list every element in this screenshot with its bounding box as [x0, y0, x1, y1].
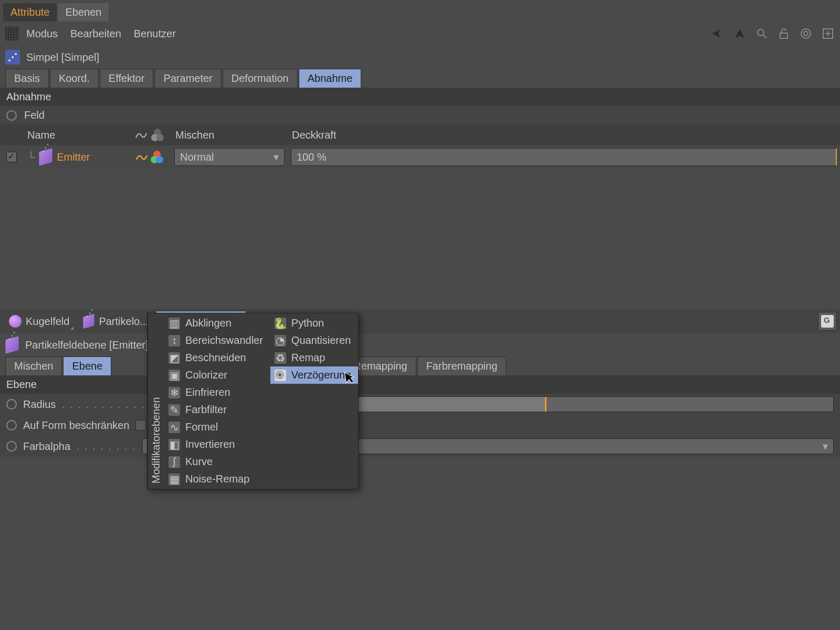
kugelfeld-button[interactable]: Kugelfeld	[3, 311, 75, 331]
modifier-layers-popup: Modifikatorebenen ▥Abklingen ↕Bereichswa…	[147, 313, 359, 489]
svg-point-4	[804, 32, 808, 36]
menu-bearbeiten[interactable]: Bearbeiten	[70, 28, 121, 40]
popup-kurve[interactable]: ∫Kurve	[164, 453, 270, 470]
colorfilter-icon: ✎	[169, 404, 180, 416]
colorizer-icon: ▣	[169, 370, 180, 381]
popup-farbfilter[interactable]: ✎Farbfilter	[164, 401, 270, 418]
popup-abklingen[interactable]: ▥Abklingen	[164, 314, 270, 332]
tree-line: └	[27, 151, 35, 163]
popup-einfrieren[interactable]: ❄Einfrieren	[164, 384, 270, 401]
wave-column-icon	[134, 128, 148, 142]
tab-ebene[interactable]: Ebene	[63, 356, 111, 375]
modifier-button[interactable]	[818, 312, 837, 331]
farbalpha-radio[interactable]	[6, 441, 17, 452]
farbalpha-row: Farbalpha . . . . . . . . Stä ▾	[0, 436, 840, 457]
popup-python[interactable]: 🐍Python	[270, 314, 358, 332]
popup-title: Modifikatorebenen	[148, 313, 164, 489]
svg-line-1	[763, 35, 766, 38]
color-icon[interactable]	[151, 151, 163, 163]
sphere-icon	[9, 315, 22, 328]
svg-point-10	[15, 53, 17, 55]
clip-icon: ◩	[169, 352, 180, 364]
layer-tabs: Mischen Ebene Remapping Farbremapping	[0, 356, 840, 375]
field-table-header: Name Mischen Deckkraft	[0, 124, 840, 145]
aufform-label: Auf Form beschränken	[23, 419, 129, 432]
radius-label: Radius	[23, 398, 56, 411]
popup-quantisieren[interactable]: ◔Quantisieren	[270, 332, 358, 349]
range-icon: ↕	[169, 335, 180, 346]
field-row-emitter[interactable]: └ Emitter Normal ▾ 100 %	[0, 145, 840, 169]
nav-back-icon[interactable]	[711, 27, 724, 40]
search-icon[interactable]	[755, 27, 769, 40]
tab-koord[interactable]: Koord.	[50, 69, 99, 88]
section-ebene: Ebene	[0, 375, 840, 394]
object-title: Simpel [Simpel]	[26, 51, 99, 64]
grid-icon[interactable]	[5, 27, 19, 40]
menu-modus[interactable]: Modus	[26, 28, 58, 40]
lock-icon[interactable]	[777, 27, 791, 40]
aufform-row: Auf Form beschränken	[0, 415, 840, 436]
blend-mode-value: Normal	[180, 151, 214, 163]
tab-ebenen[interactable]: Ebenen	[58, 3, 109, 22]
curve-icon: ∫	[169, 456, 180, 468]
target-icon[interactable]	[799, 27, 813, 40]
quantize-icon: ◔	[275, 335, 286, 346]
col-mischen: Mischen	[171, 129, 288, 141]
menu-benutzer[interactable]: Benutzer	[134, 28, 176, 40]
popup-formel[interactable]: ∿Formel	[164, 418, 270, 436]
chevron-down-icon: ▾	[274, 151, 279, 163]
tab-farbremapping[interactable]: Farbremapping	[417, 356, 507, 375]
dots: . . . . . . . . . . . .	[62, 398, 153, 411]
popup-colorizer[interactable]: ▣Colorizer	[164, 366, 270, 384]
popup-noise-remap[interactable]: ▦Noise-Remap	[164, 470, 270, 488]
wave-icon[interactable]	[135, 150, 149, 164]
popup-bereichswandler[interactable]: ↕Bereichswandler	[164, 332, 270, 349]
partikel-button[interactable]: Partikelo...	[77, 312, 154, 331]
particle-icon	[83, 314, 94, 329]
opacity-field[interactable]: 100 %	[291, 148, 837, 166]
svg-rect-2	[780, 33, 788, 38]
remap-icon: ♻	[275, 352, 286, 364]
aufform-radio[interactable]	[6, 420, 17, 430]
tab-abnahme[interactable]: Abnahme	[299, 69, 362, 88]
tab-mischen[interactable]: Mischen	[5, 356, 62, 375]
row-checkbox[interactable]	[6, 152, 17, 162]
col-deckkraft: Deckkraft	[288, 129, 840, 141]
particle-layer-icon	[5, 336, 18, 354]
tab-attribute[interactable]: Attribute	[3, 3, 57, 22]
partikel-label: Partikelo...	[99, 316, 148, 328]
feld-label: Feld	[24, 109, 45, 121]
tab-deformation[interactable]: Deformation	[223, 69, 298, 88]
object2-title: Partikelfeldebene [Emitter]	[25, 339, 149, 351]
nav-up-icon[interactable]	[733, 27, 747, 40]
popup-remap[interactable]: ♻Remap	[270, 349, 358, 366]
feld-radio[interactable]	[6, 110, 17, 121]
field-type-toolbar: Kugelfeld Partikelo... Beschneiden	[0, 309, 840, 333]
freeze-icon: ❄	[169, 387, 180, 398]
color-column-icon	[151, 129, 164, 141]
popup-verzoegerung[interactable]: ֍Verzögerung	[270, 366, 358, 384]
add-panel-icon[interactable]	[821, 27, 835, 40]
svg-point-9	[12, 56, 14, 58]
formula-icon: ∿	[169, 422, 180, 433]
popup-beschneiden[interactable]: ◩Beschneiden	[164, 349, 270, 366]
object-header: Simpel [Simpel]	[0, 46, 840, 69]
slider-handle[interactable]	[545, 397, 547, 412]
tab-effektor[interactable]: Effektor	[100, 69, 154, 88]
opacity-value: 100 %	[297, 151, 327, 163]
section-abnahme: Abnahme	[0, 88, 840, 106]
emitter-icon	[39, 148, 52, 166]
aufform-checkbox[interactable]	[135, 420, 146, 430]
invert-icon: ◧	[169, 439, 180, 450]
farbalpha-label: Farbalpha	[23, 440, 70, 453]
tab-basis[interactable]: Basis	[5, 69, 49, 88]
radius-radio[interactable]	[6, 399, 17, 410]
attribute-tabs: Basis Koord. Effektor Parameter Deformat…	[0, 69, 840, 88]
col-name: Name	[23, 129, 127, 141]
svg-point-3	[801, 29, 811, 38]
popup-invertieren[interactable]: ◧Invertieren	[164, 436, 270, 453]
svg-point-8	[8, 59, 10, 61]
tab-parameter[interactable]: Parameter	[154, 69, 221, 88]
blend-mode-dropdown[interactable]: Normal ▾	[174, 148, 285, 166]
feld-row: Feld	[0, 106, 840, 124]
